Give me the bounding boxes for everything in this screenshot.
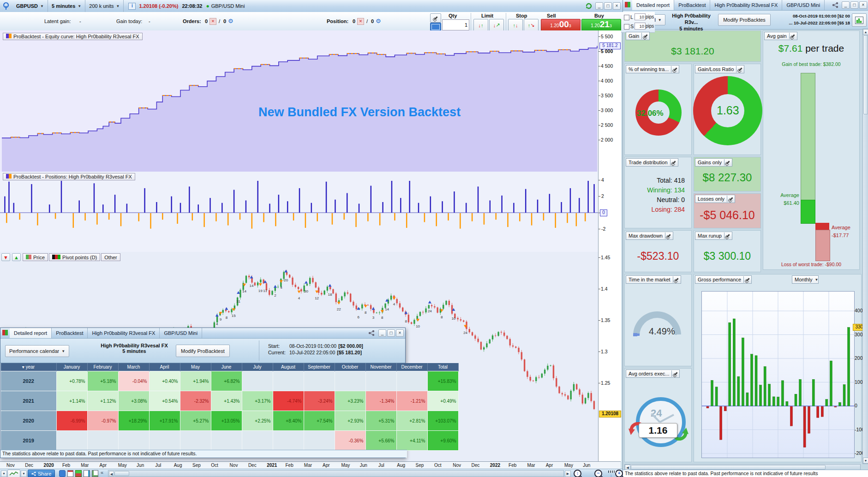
max-runup-title[interactable]: Max runup [695,232,732,240]
tab-gbp-usd-mini[interactable]: GBP/USD Mini [782,0,825,10]
wrench-icon[interactable] [641,33,649,39]
gross-performance-title[interactable]: Gross performance [695,275,752,284]
zoom-out-icon[interactable]: − [594,470,602,477]
wrench-icon[interactable] [670,159,678,166]
vertical-scrollbar[interactable]: ▲ ▼ [862,29,868,464]
gross-performance-period-dropdown[interactable]: Monthly▼ [792,275,819,284]
tab-probacktest[interactable]: ProBacktest [674,0,710,10]
wrench-icon[interactable] [724,159,732,166]
sell-button[interactable]: 1.20003 [541,19,581,32]
chart-report-icon[interactable] [84,470,90,477]
scroll-down-arrow[interactable]: ▼ [863,458,868,464]
share-icon[interactable] [832,2,839,8]
share-icon[interactable] [368,330,375,336]
losses-only-title[interactable]: Losses only [695,195,735,203]
equity-panel-title-tab[interactable]: ProBacktest - Equity curve: High Pr0babi… [3,33,143,40]
collapse-arrows[interactable]: « [101,470,103,475]
share-button[interactable]: Share [28,470,55,477]
tab-gbp-usd-mini[interactable]: GBP/USD Mini [160,328,202,338]
cancel-orders-icon[interactable]: ✕ [210,18,216,25]
positions-chart[interactable] [0,172,598,252]
timeframe-select[interactable]: 5 minutes▼ [48,0,85,12]
pin-icon[interactable] [2,2,10,10]
close-button[interactable]: × [396,329,404,337]
gain-widget-title[interactable]: Gain [626,32,650,40]
wrench-icon[interactable] [724,233,732,239]
scroll-up-arrow[interactable]: ▲ [863,29,868,35]
report-settings-icon[interactable] [852,13,867,27]
info-icon[interactable]: i [128,3,136,10]
legend-price[interactable]: Price [23,253,48,261]
chart-style-button[interactable] [7,470,20,477]
avg-gain-title[interactable]: Avg gain [764,32,797,40]
wrench-icon[interactable] [665,233,673,239]
zoom-in-icon[interactable]: + [615,470,623,477]
limit-buy-order-button[interactable]: ↓↗ [489,19,504,31]
time-axis[interactable]: NovDec2020FebMarAprMayJunJulAugSepOctNov… [0,461,621,469]
equity-curve-chart[interactable] [0,30,598,172]
view-selector-dropdown[interactable]: Performance calendar▼ [5,345,69,357]
zoom-vertical-icon[interactable]: ↕ [574,470,581,477]
wrench-icon[interactable] [736,66,744,72]
tab-detailed-report[interactable]: Detailed report [632,0,674,10]
wrench-icon[interactable] [671,370,679,377]
sell-arrow-icon[interactable]: ▼ [1,253,10,261]
maximize-button[interactable]: □ [850,1,858,9]
avg-orders-title[interactable]: Avg orders exec... [626,370,680,378]
wrench-icon[interactable] [789,33,797,39]
scroll-thumb[interactable] [863,35,868,114]
chart-style-dropdown-arrow[interactable]: ▼ [21,471,27,477]
chart-h-scrollbar[interactable]: ◀ [108,470,564,477]
max-drawdown-title[interactable]: Max drawdown [626,232,673,240]
wrench-icon[interactable] [743,276,751,283]
wrench-icon[interactable] [671,66,679,72]
legend-pivot-points[interactable]: Pivot points (D) [49,253,100,261]
close-button[interactable]: × [613,2,621,10]
column-header-year[interactable]: ▾ year [1,363,57,371]
stop-buy-order-button[interactable]: ↑↘ [524,19,539,31]
tab-probacktest[interactable]: ProBacktest [52,328,88,338]
measure-icon[interactable] [608,471,616,473]
news-icon[interactable] [67,470,73,477]
stop-sell-order-button[interactable]: ↑↓ [508,19,523,31]
stop-pips-checkbox[interactable] [624,24,629,30]
trade-distribution-title[interactable]: Trade distribution [626,158,678,167]
scroll-right-arrow[interactable]: ▶ [565,471,571,477]
minimize-button[interactable]: _ [842,1,850,9]
limit-pips-value[interactable]: 10 [635,13,646,20]
gains-only-title[interactable]: Gains only [695,158,732,167]
stop-pips-value[interactable]: 10 [635,23,646,30]
phone-icon[interactable] [59,470,66,477]
symbol-select[interactable]: GBPUSD▼ [12,0,48,12]
value-axis[interactable]: 5 5005 0004 5004 0003 5003 0002 5002 000… [598,30,621,461]
qty-input[interactable] [442,19,469,30]
gain-loss-ratio-title[interactable]: Gain/Loss Ratio [695,65,744,73]
modify-probacktest-button[interactable]: Modify ProBacktest [176,345,230,357]
maximize-button[interactable]: □ [604,2,612,10]
winning-trades-title[interactable]: % of winning tra... [626,65,679,73]
scroll-thumb[interactable] [114,471,129,476]
scroll-left-arrow[interactable]: ◀ [109,471,114,476]
positions-panel-title-tab[interactable]: ProBacktest - Positions: High Pr0babilit… [3,173,135,180]
maximize-button[interactable]: □ [387,329,395,337]
refresh-icon[interactable] [585,2,593,10]
close-button[interactable]: × [859,1,867,9]
minimize-button[interactable]: _ [378,329,386,337]
limit-pips-checkbox[interactable] [624,15,629,20]
quantity-select[interactable]: 200 k units▼ [85,0,124,12]
order-settings-wrench-button[interactable] [430,13,441,23]
orders-settings-gear-icon[interactable]: ⚙ [228,18,233,24]
list-dropdown-arrow[interactable]: ▼ [1,471,7,477]
scroll-thumb[interactable] [631,465,826,470]
wrench-icon[interactable] [727,196,735,202]
tab-detailed-report[interactable]: Detailed report [10,328,52,338]
position-settings-gear-icon[interactable]: ⚙ [376,18,381,24]
limit-sell-order-button[interactable]: ↓↑ [473,19,488,31]
tab-high-pr0bability-r3vesal-fx[interactable]: High Pr0bability R3vesal FX [710,0,782,10]
modify-probacktest-button[interactable]: Modify ProBacktes [718,14,771,26]
legend-other[interactable]: Other [101,253,120,261]
buy-button[interactable]: 1.20213 [581,19,621,32]
minimize-button[interactable]: _ [595,2,603,10]
close-position-icon[interactable]: ✕ [357,18,364,25]
tools-icon[interactable] [92,470,98,477]
